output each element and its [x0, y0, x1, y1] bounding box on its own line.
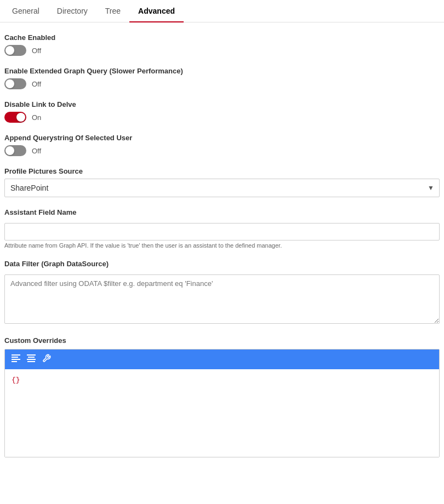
code-editor-toolbar — [5, 350, 439, 369]
cache-enabled-toggle-row: Off — [4, 45, 440, 56]
cache-enabled-thumb — [5, 46, 14, 55]
code-editor-wrapper: {} — [4, 349, 440, 457]
svg-rect-6 — [27, 359, 36, 360]
tab-advanced[interactable]: Advanced — [129, 0, 184, 22]
disable-link-to-delve-toggle-row: On — [4, 112, 440, 123]
assistant-field-name-group: Assistant Field Name Attribute name from… — [4, 208, 440, 249]
assistant-field-name-input[interactable] — [4, 223, 440, 240]
cache-enabled-state: Off — [32, 47, 41, 55]
append-querystring-thumb — [5, 146, 14, 155]
append-querystring-label: Append Querystring Of Selected User — [4, 134, 440, 142]
disable-link-to-delve-toggle[interactable] — [4, 112, 26, 123]
append-querystring-toggle-row: Off — [4, 145, 440, 156]
svg-rect-3 — [12, 361, 17, 362]
profile-pictures-source-group: Profile Pictures Source SharePoint Excha… — [4, 167, 440, 197]
tab-bar: General Directory Tree Advanced — [0, 0, 444, 22]
align-left-icon[interactable] — [12, 354, 20, 364]
assistant-field-name-help: Attribute name from Graph API. If the va… — [4, 242, 440, 249]
wrench-icon[interactable] — [42, 354, 51, 365]
disable-link-to-delve-label: Disable Link to Delve — [4, 100, 440, 108]
data-filter-textarea[interactable] — [4, 274, 440, 324]
profile-pictures-source-select[interactable]: SharePoint Exchange None — [4, 179, 440, 197]
data-filter-group: Data Filter (Graph DataSource) — [4, 260, 440, 325]
settings-content: Cache Enabled Off Enable Extended Graph … — [0, 22, 444, 479]
svg-rect-4 — [27, 354, 36, 356]
cache-enabled-group: Cache Enabled Off — [4, 33, 440, 56]
align-center-icon[interactable] — [27, 354, 36, 364]
tab-tree[interactable]: Tree — [96, 0, 129, 22]
append-querystring-group: Append Querystring Of Selected User Off — [4, 134, 440, 156]
custom-overrides-group: Custom Overrides — [4, 336, 440, 457]
svg-rect-5 — [28, 357, 35, 358]
custom-overrides-label: Custom Overrides — [4, 336, 440, 345]
cache-enabled-toggle[interactable] — [4, 45, 26, 56]
disable-link-to-delve-state: On — [32, 113, 41, 122]
disable-link-to-delve-thumb — [16, 113, 25, 122]
disable-link-to-delve-group: Disable Link to Delve On — [4, 100, 440, 123]
code-editor-body[interactable]: {} — [5, 369, 439, 457]
extended-graph-query-thumb — [5, 79, 14, 88]
svg-rect-2 — [12, 359, 20, 360]
tab-general[interactable]: General — [3, 0, 48, 22]
code-content: {} — [12, 376, 20, 384]
extended-graph-query-group: Enable Extended Graph Query (Slower Perf… — [4, 67, 440, 89]
extended-graph-query-state: Off — [32, 80, 41, 88]
extended-graph-query-toggle-row: Off — [4, 78, 440, 89]
svg-rect-7 — [27, 361, 35, 362]
extended-graph-query-label: Enable Extended Graph Query (Slower Perf… — [4, 67, 440, 75]
svg-rect-1 — [12, 357, 18, 358]
svg-rect-0 — [12, 354, 20, 356]
profile-pictures-source-label: Profile Pictures Source — [4, 167, 440, 175]
append-querystring-state: Off — [32, 147, 41, 155]
cache-enabled-label: Cache Enabled — [4, 33, 440, 42]
assistant-field-name-label: Assistant Field Name — [4, 208, 440, 216]
append-querystring-toggle[interactable] — [4, 145, 26, 156]
extended-graph-query-toggle[interactable] — [4, 78, 26, 89]
profile-pictures-source-wrapper: SharePoint Exchange None ▼ — [4, 179, 440, 197]
data-filter-label: Data Filter (Graph DataSource) — [4, 260, 440, 268]
tab-directory[interactable]: Directory — [48, 0, 96, 22]
